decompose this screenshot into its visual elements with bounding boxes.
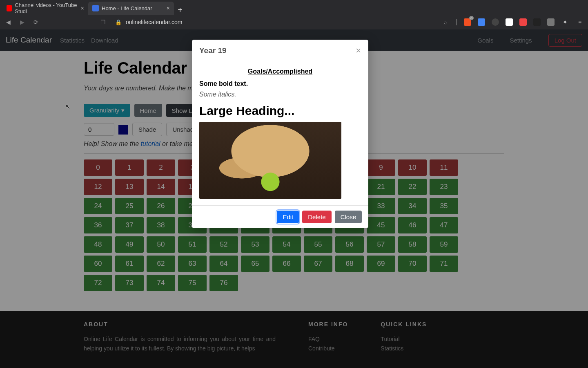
- new-tab-button[interactable]: +: [174, 5, 186, 15]
- ext-icon-w[interactable]: [492, 18, 499, 26]
- delete-button[interactable]: Delete: [302, 211, 331, 223]
- tab-title: Home - Life Calendar: [102, 5, 152, 11]
- bold-text: Some bold text.: [199, 80, 361, 88]
- ext-icon-r[interactable]: [547, 18, 555, 26]
- puppy-image: [199, 122, 341, 199]
- url-box[interactable]: 🔒 onlinelifecalendar.com: [115, 19, 417, 25]
- search-icon[interactable]: ⌕: [441, 19, 449, 25]
- tab-strip: Channel videos - YouTube Studi × Home - …: [0, 0, 588, 15]
- ext-icon-pdf[interactable]: [519, 18, 527, 26]
- browser-tab-0[interactable]: Channel videos - YouTube Studi ×: [2, 2, 88, 15]
- close-button[interactable]: Close: [335, 211, 362, 223]
- mouse-cursor: ↖: [65, 103, 71, 110]
- tab-title: Channel videos - YouTube Studi: [15, 2, 78, 14]
- browser-tab-1[interactable]: Home - Life Calendar ×: [88, 2, 174, 15]
- lock-icon: 🔒: [115, 19, 122, 25]
- forward-button[interactable]: ▶: [18, 19, 26, 25]
- url-text: onlinelifecalendar.com: [126, 19, 183, 25]
- reload-button[interactable]: ⟳: [32, 19, 40, 25]
- back-button[interactable]: ◀: [4, 19, 12, 25]
- ext-icon-translate[interactable]: [478, 18, 485, 26]
- italic-text: Some italics.: [199, 91, 361, 98]
- extensions-icon[interactable]: ✦: [561, 19, 569, 25]
- goals-heading: Goals/Accomplished: [199, 68, 361, 75]
- close-icon[interactable]: ×: [356, 45, 361, 56]
- menu-icon[interactable]: ≡: [576, 19, 584, 25]
- ext-icon-plus[interactable]: [533, 18, 541, 26]
- ext-icon-doc[interactable]: [506, 18, 513, 26]
- calendar-icon: [92, 5, 99, 11]
- toolbar-icons: ⌕ | 3 ✦ ≡: [441, 18, 584, 26]
- bookmark-icon[interactable]: ☐: [99, 19, 107, 25]
- youtube-icon: [7, 5, 12, 11]
- shield-badge: 3: [469, 16, 474, 20]
- browser-chrome: Channel videos - YouTube Studi × Home - …: [0, 0, 588, 29]
- large-heading: Large Heading...: [199, 104, 361, 118]
- year-detail-modal: Year 19 × Goals/Accomplished Some bold t…: [192, 40, 368, 228]
- close-icon[interactable]: ×: [167, 5, 170, 11]
- modal-title: Year 19: [199, 46, 227, 55]
- address-bar: ◀ ▶ ⟳ ☐ 🔒 onlinelifecalendar.com ⌕ | 3 ✦…: [0, 15, 588, 29]
- close-icon[interactable]: ×: [81, 5, 84, 11]
- brave-shield-icon[interactable]: 3: [464, 18, 471, 26]
- edit-button[interactable]: Edit: [277, 211, 299, 223]
